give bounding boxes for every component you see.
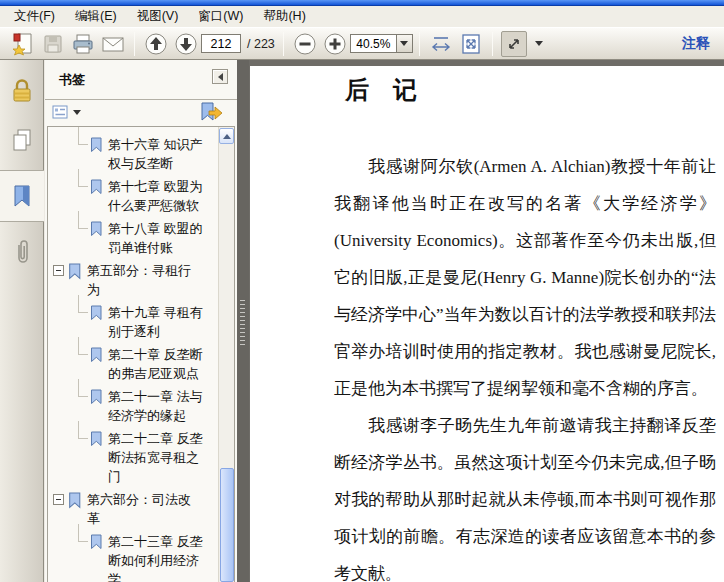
bookmark-flag-icon [90, 534, 103, 550]
bookmark-label: 第十七章 欧盟为什么要严惩微软 [108, 177, 207, 215]
bookmarks-panel-title: 书签 [59, 71, 85, 89]
toolbar-separator [134, 32, 135, 56]
save-button[interactable] [40, 31, 66, 57]
zoom-out-button[interactable] [292, 31, 318, 57]
menu-view[interactable]: 视图(V) [127, 5, 189, 28]
fullscreen-dropdown-button[interactable] [531, 31, 547, 57]
zoom-level-value[interactable]: 40.5% [350, 34, 396, 53]
bookmark-label: 第二十二章 反垄断法拓宽寻租之门 [108, 429, 207, 486]
bookmark-flag-icon [90, 305, 103, 321]
fullscreen-icon [504, 34, 524, 54]
pages-icon [10, 127, 34, 153]
bookmarks-tab[interactable] [0, 170, 44, 222]
open-file-icon [11, 32, 35, 56]
previous-page-icon [144, 32, 168, 56]
zoom-in-icon [323, 32, 347, 56]
lock-icon [10, 77, 34, 104]
bookmark-item-ch22[interactable]: 第二十二章 反垄断法拓宽寻租之门 [50, 429, 234, 486]
zoom-out-icon [293, 32, 317, 56]
fullscreen-button[interactable] [501, 31, 527, 57]
fit-width-icon [430, 34, 452, 54]
chevron-down-icon [73, 110, 81, 119]
print-button[interactable] [70, 31, 96, 57]
bookmark-flag-icon [90, 347, 103, 363]
bookmark-flag-icon [90, 431, 103, 447]
attachments-tab[interactable] [0, 232, 44, 272]
bookmark-item-ch16[interactable]: 第十六章 知识产权与反垄断 [50, 135, 234, 173]
locate-current-bookmark-button[interactable] [199, 102, 223, 124]
paragraph: 我感谢阿尔钦(Armen A. Alchian)教授十年前让我翻译他当时正在改写… [334, 148, 716, 407]
options-list-icon [52, 104, 70, 120]
navigation-tab-strip [0, 60, 44, 582]
collapse-minus-icon[interactable] [53, 265, 64, 276]
next-page-button[interactable] [173, 31, 199, 57]
fit-page-icon [460, 33, 482, 55]
bookmark-label: 第六部分：司法改革 [87, 490, 199, 528]
comment-tool-button[interactable]: 注释 [682, 35, 716, 53]
open-file-button[interactable] [10, 31, 36, 57]
bookmark-flag-icon [90, 137, 103, 153]
bookmark-item-ch20[interactable]: 第二十章 反垄断的弗吉尼亚观点 [50, 345, 234, 383]
bookmark-item-ch18[interactable]: 第十八章 欧盟的罚单谁付账 [50, 219, 234, 257]
paragraph: 我感谢李子旸先生九年前邀请我主持翻译反垄断经济学丛书。虽然这项计划至今仍未完成,… [334, 407, 716, 582]
menu-window[interactable]: 窗口(W) [188, 5, 253, 28]
bookmark-label: 第二十一章 法与经济学的缘起 [108, 387, 207, 425]
document-view: 后 记 我感谢阿尔钦(Armen A. Alchian)教授十年前让我翻译他当时… [249, 60, 724, 582]
chevron-left-icon [214, 73, 223, 81]
toolbar-separator [283, 32, 284, 56]
bookmark-item-ch17[interactable]: 第十七章 欧盟为什么要严惩微软 [50, 177, 234, 215]
bookmark-flag-icon [68, 492, 82, 509]
bookmarks-scrollbar[interactable] [218, 127, 234, 582]
page-heading: 后 记 [345, 74, 724, 106]
email-button[interactable] [100, 31, 126, 57]
page-number-input[interactable] [201, 34, 241, 53]
bookmarks-panel-toolbar [45, 100, 237, 126]
bookmark-item-ch21[interactable]: 第二十一章 法与经济学的缘起 [50, 387, 234, 425]
toolbar-separator [419, 32, 420, 56]
bookmark-item-part5[interactable]: 第五部分：寻租行为 [50, 261, 234, 299]
bookmark-label: 第二十三章 反垄断如何利用经济学 [108, 532, 207, 582]
bookmark-item-part6[interactable]: 第六部分：司法改革 [50, 490, 234, 528]
bookmark-flag-icon [90, 179, 103, 195]
zoom-dropdown-button[interactable] [396, 34, 413, 53]
bookmark-label: 第十六章 知识产权与反垄断 [108, 135, 207, 173]
collapse-minus-icon[interactable] [53, 494, 64, 505]
menu-help[interactable]: 帮助(H) [253, 5, 315, 28]
fit-width-button[interactable] [428, 31, 454, 57]
scrollbar-thumb[interactable] [220, 468, 234, 582]
bookmark-label: 第五部分：寻租行为 [87, 261, 199, 299]
bookmark-flag-icon [90, 221, 103, 237]
toolbar-separator [492, 32, 493, 56]
zoom-in-button[interactable] [322, 31, 348, 57]
fit-page-button[interactable] [458, 31, 484, 57]
panel-splitter[interactable] [237, 60, 249, 582]
menu-edit[interactable]: 编辑(E) [65, 5, 127, 28]
chevron-down-icon [535, 41, 543, 50]
paperclip-icon [12, 238, 32, 266]
bookmark-flag-icon [90, 389, 103, 405]
splitter-grip-icon [240, 300, 245, 346]
bookmark-label: 第二十章 反垄断的弗吉尼亚观点 [108, 345, 207, 383]
pdf-page: 后 记 我感谢阿尔钦(Armen A. Alchian)教授十年前让我翻译他当时… [250, 66, 724, 582]
collapse-panel-button[interactable] [212, 69, 228, 84]
pdf-reader-window: 文件(F) 编辑(E) 视图(V) 窗口(W) 帮助(H) [0, 0, 724, 582]
scroll-up-button[interactable] [219, 128, 234, 144]
bookmark-item-ch23[interactable]: 第二十三章 反垄断如何利用经济学 [50, 532, 234, 582]
previous-page-button[interactable] [143, 31, 169, 57]
bookmark-icon [11, 183, 34, 210]
next-page-icon [174, 32, 198, 56]
bookmarks-panel-header: 书签 [45, 60, 237, 100]
pages-tab[interactable] [0, 120, 44, 160]
bookmark-flag-icon [68, 263, 82, 280]
bookmark-item-ch19[interactable]: 第十九章 寻租有别于逐利 [50, 303, 234, 341]
menu-file[interactable]: 文件(F) [4, 5, 65, 28]
chevron-down-icon [400, 41, 408, 50]
email-icon [101, 34, 125, 54]
menu-bar: 文件(F) 编辑(E) 视图(V) 窗口(W) 帮助(H) [0, 6, 724, 28]
bookmarks-panel: 书签 [45, 60, 237, 582]
bookmark-options-button[interactable] [52, 104, 81, 120]
page-body-text: 我感谢阿尔钦(Armen A. Alchian)教授十年前让我翻译他当时正在改写… [334, 148, 716, 582]
save-icon [42, 33, 64, 55]
chevron-up-icon [223, 130, 231, 139]
security-tab[interactable] [0, 70, 44, 110]
